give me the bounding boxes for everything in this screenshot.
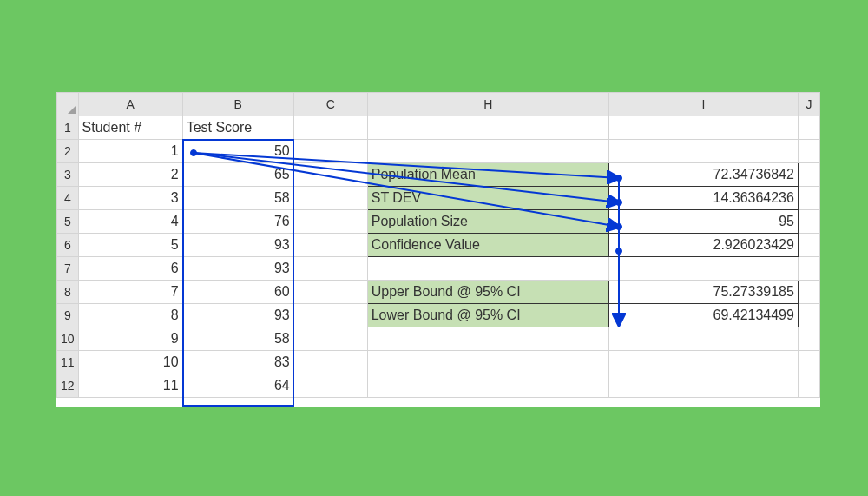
row-header[interactable]: 1 xyxy=(57,116,79,140)
row-header[interactable]: 3 xyxy=(57,163,79,187)
cell-A10[interactable]: 9 xyxy=(78,327,182,351)
cell-I1[interactable] xyxy=(608,116,798,140)
cell-H1[interactable] xyxy=(367,116,608,140)
cell-C2[interactable] xyxy=(293,140,367,163)
col-header-I[interactable]: I xyxy=(608,93,798,116)
cell-I6-confidence-value[interactable]: 2.926023429 xyxy=(608,234,798,257)
cell-I9-lower-bound-value[interactable]: 69.42134499 xyxy=(608,304,798,327)
cell-I3-population-mean-value[interactable]: 72.34736842 xyxy=(608,163,798,187)
cell-J9[interactable] xyxy=(798,304,819,327)
cell-C1[interactable] xyxy=(293,116,367,140)
cell-B1[interactable]: Test Score xyxy=(182,116,293,140)
row-header[interactable]: 6 xyxy=(57,234,79,257)
cell-H4-stdev-label[interactable]: ST DEV xyxy=(367,187,608,210)
cell-J4[interactable] xyxy=(798,187,819,210)
cell-H10[interactable] xyxy=(367,327,608,351)
col-header-H[interactable]: H xyxy=(367,93,608,116)
cell-A2[interactable]: 1 xyxy=(78,140,182,163)
cell-B2[interactable]: 50 xyxy=(182,140,293,163)
cell-C10[interactable] xyxy=(293,327,367,351)
cell-C6[interactable] xyxy=(293,234,367,257)
cell-I12[interactable] xyxy=(608,374,798,398)
cell-J7[interactable] xyxy=(798,257,819,281)
spreadsheet-grid[interactable]: A B C H I J 1 Student # Test Score 2 1 5… xyxy=(56,92,820,407)
cell-H11[interactable] xyxy=(367,351,608,374)
cell-J12[interactable] xyxy=(798,374,819,398)
cell-B11[interactable]: 83 xyxy=(182,351,293,374)
cell-A6[interactable]: 5 xyxy=(78,234,182,257)
cell-B9[interactable]: 93 xyxy=(182,304,293,327)
row-header[interactable]: 9 xyxy=(57,304,79,327)
cell-C4[interactable] xyxy=(293,187,367,210)
cell-I4-stdev-value[interactable]: 14.36364236 xyxy=(608,187,798,210)
row-header[interactable]: 11 xyxy=(57,351,79,374)
cell-H8-upper-bound-label[interactable]: Upper Bound @ 95% CI xyxy=(367,281,608,304)
cell-J11[interactable] xyxy=(798,351,819,374)
cell-A7[interactable]: 6 xyxy=(78,257,182,281)
cell-H2[interactable] xyxy=(367,140,608,163)
row-header[interactable]: 5 xyxy=(57,210,79,234)
row-header[interactable]: 8 xyxy=(57,281,79,304)
cell-C8[interactable] xyxy=(293,281,367,304)
cell-C3[interactable] xyxy=(293,163,367,187)
cell-C5[interactable] xyxy=(293,210,367,234)
cell-C7[interactable] xyxy=(293,257,367,281)
cell-J8[interactable] xyxy=(798,281,819,304)
cell-H9-lower-bound-label[interactable]: Lower Bound @ 95% CI xyxy=(367,304,608,327)
row-header[interactable]: 2 xyxy=(57,140,79,163)
cell-A11[interactable]: 10 xyxy=(78,351,182,374)
cell-B8[interactable]: 60 xyxy=(182,281,293,304)
cell-J2[interactable] xyxy=(798,140,819,163)
cell-B5[interactable]: 76 xyxy=(182,210,293,234)
cell-I11[interactable] xyxy=(608,351,798,374)
cell-C9[interactable] xyxy=(293,304,367,327)
cell-B6[interactable]: 93 xyxy=(182,234,293,257)
cell-A5[interactable]: 4 xyxy=(78,210,182,234)
row-2: 2 1 50 xyxy=(57,140,820,163)
row-8: 8 7 60 Upper Bound @ 95% CI 75.27339185 xyxy=(57,281,820,304)
col-header-J[interactable]: J xyxy=(798,93,819,116)
cell-B4[interactable]: 58 xyxy=(182,187,293,210)
row-header[interactable]: 10 xyxy=(57,327,79,351)
cell-B12[interactable]: 64 xyxy=(182,374,293,398)
cell-A8[interactable]: 7 xyxy=(78,281,182,304)
row-header[interactable]: 7 xyxy=(57,257,79,281)
cell-A12[interactable]: 11 xyxy=(78,374,182,398)
cell-I2[interactable] xyxy=(608,140,798,163)
cell-B10[interactable]: 58 xyxy=(182,327,293,351)
cell-A9[interactable]: 8 xyxy=(78,304,182,327)
cell-J5[interactable] xyxy=(798,210,819,234)
cell-C12[interactable] xyxy=(293,374,367,398)
cell-A1[interactable]: Student # xyxy=(78,116,182,140)
cell-J10[interactable] xyxy=(798,327,819,351)
cell-I8-upper-bound-value[interactable]: 75.27339185 xyxy=(608,281,798,304)
cell-B7[interactable]: 93 xyxy=(182,257,293,281)
cell-H7[interactable] xyxy=(367,257,608,281)
cell-H6-confidence-label[interactable]: Confidence Value xyxy=(367,234,608,257)
cell-A3[interactable]: 2 xyxy=(78,163,182,187)
cell-H3-population-mean-label[interactable]: Population Mean xyxy=(367,163,608,187)
row-12: 12 11 64 xyxy=(57,374,820,398)
cell-A4[interactable]: 3 xyxy=(78,187,182,210)
row-10: 10 9 58 xyxy=(57,327,820,351)
cell-C11[interactable] xyxy=(293,351,367,374)
cell-H12[interactable] xyxy=(367,374,608,398)
col-header-C[interactable]: C xyxy=(293,93,367,116)
cell-I5-popsize-value[interactable]: 95 xyxy=(608,210,798,234)
row-5: 5 4 76 Population Size 95 xyxy=(57,210,820,234)
row-header[interactable]: 4 xyxy=(57,187,79,210)
col-header-A[interactable]: A xyxy=(78,93,182,116)
col-header-B[interactable]: B xyxy=(182,93,293,116)
cell-H5-popsize-label[interactable]: Population Size xyxy=(367,210,608,234)
select-all-corner[interactable] xyxy=(57,93,79,116)
cell-J6[interactable] xyxy=(798,234,819,257)
cell-B3[interactable]: 65 xyxy=(182,163,293,187)
cell-I7[interactable] xyxy=(608,257,798,281)
row-9: 9 8 93 Lower Bound @ 95% CI 69.42134499 xyxy=(57,304,820,327)
row-3: 3 2 65 Population Mean 72.34736842 xyxy=(57,163,820,187)
cell-I10[interactable] xyxy=(608,327,798,351)
cell-J3[interactable] xyxy=(798,163,819,187)
row-6: 6 5 93 Confidence Value 2.926023429 xyxy=(57,234,820,257)
row-header[interactable]: 12 xyxy=(57,374,79,398)
cell-J1[interactable] xyxy=(798,116,819,140)
